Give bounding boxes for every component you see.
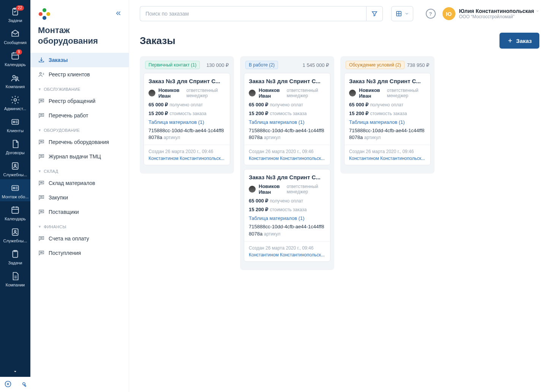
svg-point-39 [40, 211, 41, 212]
side-item-0-1[interactable]: Перечень работ [30, 108, 129, 123]
search-input[interactable] [140, 6, 366, 21]
order-card[interactable]: Заказ №3 для Спринт С... Новиков Иван от… [144, 73, 230, 165]
column-tag[interactable]: Обсуждение условий (2) [346, 61, 405, 69]
svg-point-21 [40, 100, 41, 101]
rail-item-9[interactable]: Календарь [0, 201, 30, 223]
rail-item-1[interactable]: Сообщения [0, 25, 30, 47]
side-item-label: Поступления [49, 250, 81, 256]
order-card[interactable]: Заказ №3 для Спринт С... Новиков Иван от… [244, 73, 330, 165]
rail-item-icon [0, 73, 30, 83]
rail-item-10[interactable]: Служебны... [0, 223, 30, 245]
side-item-0-0[interactable]: Реестр обращений [30, 94, 129, 108]
rail-item-label: Договоры [0, 150, 30, 155]
author-link[interactable]: Константином Константинопольск... [149, 156, 225, 161]
side-item-top-1[interactable]: Реестр клиентов [30, 67, 129, 82]
column-2: Обсуждение условий (2) 738 950 ₽ Заказ №… [340, 56, 435, 174]
side-item-3-1[interactable]: Поступления [30, 246, 129, 260]
svg-point-34 [41, 182, 42, 183]
avatar: Ю [443, 7, 455, 20]
side-group-0[interactable]: ▼ОБСЛУЖИВАНИЕ [30, 82, 129, 94]
rail-item-0[interactable]: 22Задачи [0, 3, 30, 25]
person-avatar [249, 186, 256, 193]
column-tag[interactable]: В работе (2) [245, 61, 278, 69]
rail-item-12[interactable]: Компании [0, 267, 30, 289]
rail-item-icon [0, 183, 30, 193]
svg-point-30 [40, 156, 41, 156]
svg-point-33 [40, 182, 41, 183]
nav-rail: 22ЗадачиСообщения9КалендарьКомпанияАдмин… [0, 0, 30, 392]
side-item-label: Реестр клиентов [49, 71, 90, 77]
view-toggle-button[interactable] [391, 6, 413, 21]
rail-item-7[interactable]: Служебны... [0, 157, 30, 179]
cost-label: стоимость заказа [270, 207, 307, 212]
main: ? Ю Юлия Константинопольская ООО “Мосгос… [129, 0, 550, 392]
card-title: Заказ №3 для Спринт С... [249, 78, 326, 84]
svg-point-47 [42, 252, 43, 253]
rail-item-2[interactable]: 9Календарь [0, 47, 30, 69]
cost-label: стоимость заказа [370, 111, 407, 116]
person-role: ответственный менеджер [287, 88, 326, 98]
created-text: Создан 26 марта 2020 г., 09:46 [249, 245, 313, 251]
sku-label: артикул [264, 135, 280, 140]
new-order-button[interactable]: Заказ [499, 33, 539, 49]
wrench-icon[interactable] [20, 381, 27, 389]
rail-item-3[interactable]: Компания [0, 69, 30, 91]
chevron-down-icon [536, 9, 539, 13]
person-role: ответственный менеджер [387, 88, 426, 98]
person-avatar [349, 90, 356, 96]
paid-label: получено оплат [270, 198, 303, 204]
rail-item-label: Служебны... [0, 172, 30, 177]
rail-item-11[interactable]: Задачи [0, 245, 30, 267]
column-total: 1 545 000 ₽ [303, 62, 329, 68]
order-card[interactable]: Заказ №3 для Спринт С... Новиков Иван от… [244, 169, 330, 261]
author-link[interactable]: Константином Константинопольск... [249, 252, 326, 258]
svg-point-37 [41, 197, 42, 198]
side-group-1[interactable]: ▼ОБОРУДОВАНИЕ [30, 123, 129, 135]
svg-point-38 [42, 197, 43, 198]
side-item-2-0[interactable]: Склад материалов [30, 176, 129, 190]
user-name: Юлия Константинопольская [459, 8, 534, 14]
side-item-top-0[interactable]: Заказы [30, 53, 129, 67]
side-item-2-1[interactable]: Закупки [30, 190, 129, 205]
svg-point-41 [42, 211, 43, 212]
rail-item-5[interactable]: Клиенты [0, 113, 30, 135]
side-item-1-0[interactable]: Перечень оборудования [30, 135, 129, 149]
rail-item-8[interactable]: Монтаж обо... [0, 179, 30, 201]
footer-rail [0, 377, 30, 392]
materials-link[interactable]: Таблица материалов (1) [349, 119, 405, 125]
cost-value: 15 200 ₽ [249, 111, 268, 116]
paid-value: 65 000 ₽ [349, 102, 368, 107]
collapse-sidebar-button[interactable] [115, 10, 122, 18]
author-link[interactable]: Константином Константинопольск... [249, 156, 326, 161]
filter-icon [371, 10, 378, 17]
rail-item-label: Сообщения [0, 40, 30, 45]
author-link[interactable]: Константином Константинопольск... [349, 156, 426, 161]
person-avatar [149, 90, 155, 96]
svg-point-46 [41, 252, 42, 253]
side-item-3-0[interactable]: Счета на оплату [30, 231, 129, 246]
column-1: В работе (2) 1 545 000 ₽ Заказ №3 для Сп… [240, 56, 334, 270]
cost-value: 15 200 ₽ [249, 207, 268, 212]
rail-more-chevron[interactable] [13, 369, 18, 375]
chat-icon [38, 98, 45, 104]
materials-link[interactable]: Таблица материалов (1) [149, 119, 204, 125]
filter-button[interactable] [366, 6, 383, 21]
side-item-label: Перечень работ [49, 112, 88, 119]
svg-point-25 [41, 115, 42, 115]
side-group-3[interactable]: ▼ФИНАНСЫ [30, 219, 129, 231]
side-group-2[interactable]: ▼СКЛАД [30, 164, 129, 176]
help-button[interactable]: ? [426, 9, 436, 19]
order-card[interactable]: Заказ №3 для Спринт С... Новиков Иван от… [344, 73, 431, 165]
user-menu[interactable]: Ю Юлия Константинопольская ООО “Мосгосст… [443, 7, 539, 20]
materials-link[interactable]: Таблица материалов (1) [249, 215, 305, 221]
materials-link[interactable]: Таблица материалов (1) [249, 119, 305, 125]
rail-item-4[interactable]: Админист... [0, 91, 30, 113]
side-item-1-1[interactable]: Журнал выдачи ТМЦ [30, 149, 129, 164]
side-group-label: ОБОРУДОВАНИЕ [44, 128, 80, 133]
side-item-2-2[interactable]: Поставщики [30, 205, 129, 219]
column-tag[interactable]: Первичный контакт (1) [145, 61, 200, 69]
svg-point-35 [42, 182, 43, 183]
collapse-triangle-icon: ▼ [38, 87, 41, 91]
rail-item-6[interactable]: Договоры [0, 135, 30, 157]
add-icon[interactable] [4, 380, 12, 389]
